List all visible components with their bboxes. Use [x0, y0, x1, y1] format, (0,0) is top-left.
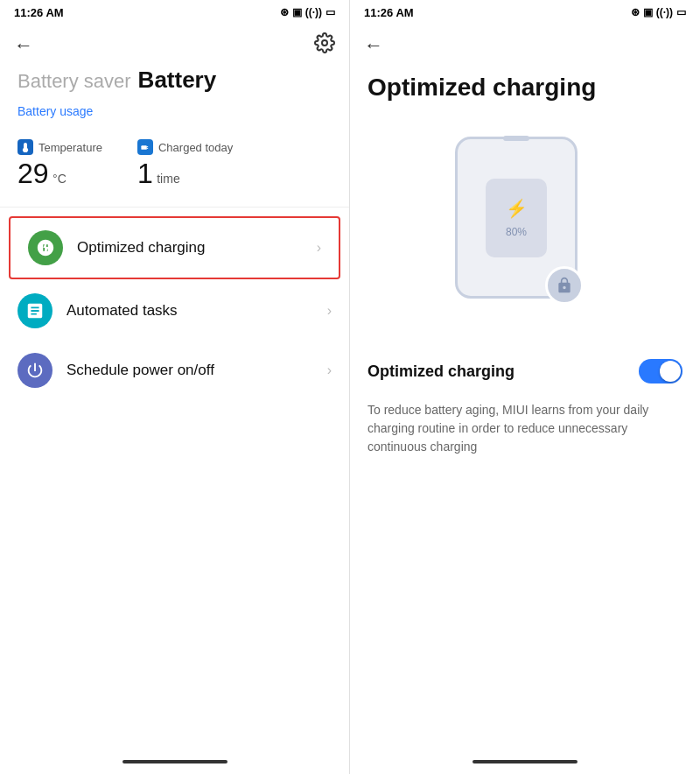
- temperature-label: Temperature: [38, 141, 102, 154]
- home-indicator-left: [0, 760, 349, 774]
- automated-tasks-chevron: ›: [327, 303, 332, 319]
- back-button-right[interactable]: ←: [364, 34, 383, 57]
- temperature-icon: [18, 139, 33, 155]
- time-left: 11:26 AM: [14, 6, 64, 19]
- status-bar-right: 11:26 AM ⊛ ▣ ((·)) ▭: [350, 0, 700, 25]
- charged-icon: [137, 139, 153, 155]
- divider-1: [0, 207, 349, 208]
- right-panel: 11:26 AM ⊛ ▣ ((·)) ▭ ← Optimized chargin…: [350, 0, 700, 774]
- phone-notch: [503, 136, 529, 141]
- battery-percent-label: 80%: [506, 226, 527, 238]
- description-text: To reduce battery aging, MIUI learns fro…: [350, 398, 700, 474]
- top-bar-left: ←: [0, 25, 349, 67]
- temperature-header: Temperature: [18, 139, 102, 155]
- charged-value: 1: [137, 158, 153, 189]
- home-bar-left: [122, 760, 228, 763]
- toggle-label: Optimized charging: [368, 362, 514, 381]
- back-button-left[interactable]: ←: [14, 34, 33, 57]
- signal-icon-right: ▣: [643, 6, 653, 18]
- bolt-icon: ⚡: [506, 198, 528, 219]
- home-indicator-right: [350, 760, 700, 774]
- time-right: 11:26 AM: [364, 6, 414, 19]
- automated-tasks-label: Automated tasks: [66, 302, 327, 320]
- battery-main-title: Battery: [138, 67, 217, 94]
- battery-icon: ▭: [326, 6, 335, 18]
- charged-header: Charged today: [137, 139, 233, 155]
- bluetooth-icon-right: ⊛: [631, 6, 640, 18]
- top-bar-right: ←: [350, 25, 700, 67]
- left-panel: 11:26 AM ⊛ ▣ ((·)) ▭ ← Battery saver Bat…: [0, 0, 350, 774]
- optimized-charging-label: Optimized charging: [77, 239, 317, 257]
- page-title-right: Optimized charging: [350, 67, 700, 119]
- charged-stat: Charged today 1 time: [137, 139, 233, 189]
- page-title-area-left: Battery saver Battery: [0, 67, 349, 101]
- temperature-unit: °C: [52, 172, 66, 186]
- status-icons-left: ⊛ ▣ ((·)) ▭: [280, 6, 335, 18]
- schedule-power-label: Schedule power on/off: [66, 362, 327, 379]
- charging-illustration: ⚡ 80%: [350, 119, 700, 338]
- charged-value-row: 1 time: [137, 158, 233, 189]
- menu-item-schedule-power[interactable]: Schedule power on/off ›: [0, 341, 349, 400]
- wifi-icon-right: ((·)): [656, 6, 673, 18]
- settings-icon-left[interactable]: [314, 32, 335, 59]
- status-icons-right: ⊛ ▣ ((·)) ▭: [631, 6, 686, 18]
- wifi-icon: ((·)): [305, 6, 322, 18]
- optimized-charging-icon: [28, 230, 63, 265]
- charged-label: Charged today: [158, 141, 233, 154]
- optimized-charging-chevron: ›: [317, 240, 321, 256]
- optimized-charging-toggle[interactable]: [639, 359, 682, 383]
- schedule-power-icon: [18, 353, 52, 388]
- stats-row: Temperature 29 °C Charged today 1: [0, 129, 349, 200]
- signal-icon: ▣: [292, 6, 302, 18]
- temperature-value: 29: [18, 158, 49, 189]
- battery-usage-link[interactable]: Battery usage: [0, 101, 349, 129]
- temperature-stat: Temperature 29 °C: [18, 139, 102, 189]
- battery-icon-right: ▭: [676, 6, 686, 18]
- phone-frame: ⚡ 80%: [455, 137, 578, 299]
- svg-point-0: [322, 40, 327, 46]
- toggle-row: Optimized charging: [350, 345, 700, 398]
- battery-saver-label: Battery saver: [18, 70, 131, 93]
- home-bar-right: [472, 760, 578, 763]
- charged-unit: time: [157, 172, 179, 186]
- menu-item-optimized-charging[interactable]: Optimized charging ›: [9, 216, 340, 279]
- status-bar-left: 11:26 AM ⊛ ▣ ((·)) ▭: [0, 0, 349, 25]
- svg-rect-1: [142, 145, 147, 150]
- phone-illustration: ⚡ 80%: [455, 137, 595, 312]
- automated-tasks-icon: [18, 293, 52, 328]
- lock-circle: [545, 266, 584, 305]
- temperature-value-row: 29 °C: [18, 158, 102, 189]
- battery-inner: ⚡ 80%: [486, 179, 547, 257]
- schedule-power-chevron: ›: [327, 362, 332, 378]
- toggle-knob: [660, 361, 681, 382]
- bluetooth-icon: ⊛: [280, 6, 289, 18]
- menu-item-automated-tasks[interactable]: Automated tasks ›: [0, 281, 349, 341]
